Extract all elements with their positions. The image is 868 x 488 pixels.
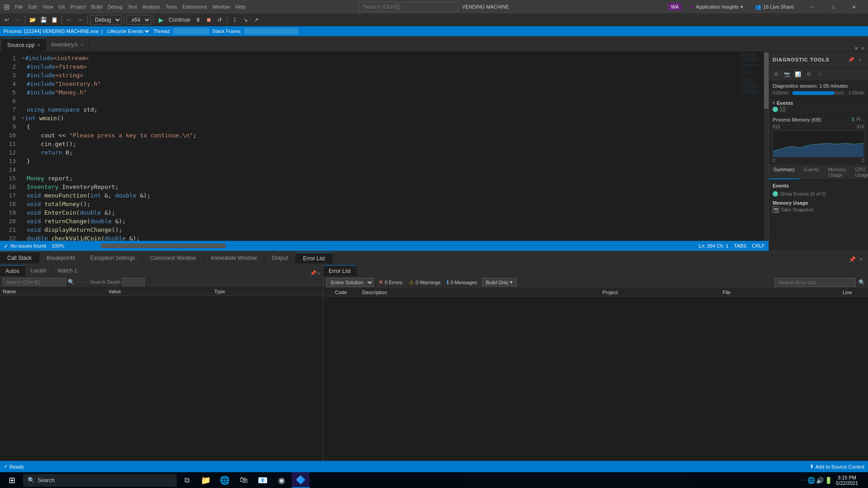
errors-badge[interactable]: ✕ 0 Errors — [377, 278, 404, 286]
exception-settings-tab[interactable]: Exception Settings — [83, 253, 142, 263]
diag-camera-btn[interactable]: 📷 — [783, 70, 792, 79]
taskbar-chrome-icon[interactable]: ◉ — [273, 472, 291, 488]
live-share-btn[interactable]: 👥 16 Live Share — [751, 4, 797, 10]
taskbar-edge-icon[interactable]: 🌐 — [216, 472, 234, 488]
immediate-window-tab[interactable]: Immediate Window — [203, 253, 264, 263]
taskbar-vs-icon[interactable]: 🔷 — [292, 472, 310, 488]
tray-volume-icon[interactable]: 🔊 — [816, 477, 824, 484]
desc-col-header[interactable]: Description — [362, 290, 603, 295]
stack-frame-input[interactable] — [244, 28, 298, 34]
tray-arrow-icon[interactable]: ⋯ — [798, 478, 807, 483]
s-filter-btn[interactable]: S — [852, 117, 855, 122]
menu-edit[interactable]: Edit — [28, 4, 37, 9]
menu-file[interactable]: File — [15, 4, 23, 9]
title-search-input[interactable] — [359, 2, 458, 12]
take-snapshot-btn[interactable]: 📷 Take Snapshot — [773, 206, 864, 213]
menu-test[interactable]: Test — [128, 4, 137, 9]
lifecycle-select[interactable]: Lifecycle Events — [105, 28, 151, 34]
back-btn[interactable]: ← — [64, 15, 74, 25]
debug-mode-select[interactable]: Debug — [90, 15, 122, 25]
prev-result-btn[interactable]: ← — [76, 279, 82, 285]
menu-analyze[interactable]: Analyze — [142, 4, 160, 9]
menu-debug[interactable]: Debug — [108, 4, 122, 9]
source-control-btn[interactable]: ⬆ Add to Source Control — [810, 464, 864, 469]
menu-extensions[interactable]: Extensions — [183, 4, 207, 9]
events-arrow-icon[interactable]: ▾ — [773, 101, 775, 105]
menu-git[interactable]: Git — [58, 4, 65, 9]
error-list-tab-active[interactable]: Error List — [323, 265, 357, 276]
h-scrollbar-thumb[interactable] — [101, 244, 226, 248]
task-view-btn[interactable]: ⧉ — [178, 472, 196, 488]
tab-source-cpp-close[interactable]: × — [38, 42, 40, 47]
breakpoints-tab[interactable]: Breakpoints — [39, 253, 83, 263]
diag-tab-cpu[interactable]: CPU Usage — [850, 165, 868, 179]
locals-tab[interactable]: Locals — [25, 265, 52, 276]
taskbar-store-icon[interactable]: 🛍 — [235, 472, 253, 488]
output-tab[interactable]: Output — [264, 253, 296, 263]
thread-input[interactable] — [173, 28, 209, 34]
tray-network-icon[interactable]: 🌐 — [807, 477, 815, 484]
tab-inventory-h-close[interactable]: × — [80, 42, 83, 47]
autos-close-btn[interactable]: × — [317, 271, 320, 276]
diag-pin-btn[interactable]: 📌 — [847, 56, 855, 64]
continue-btn[interactable]: ▶ — [156, 15, 166, 25]
diag-tab-summary[interactable]: Summary — [769, 165, 799, 179]
call-stack-tab[interactable]: Call Stack — [0, 253, 39, 263]
maximize-btn[interactable]: □ — [823, 0, 844, 14]
step-into-btn[interactable]: ↘ — [241, 15, 250, 25]
vertical-scrollbar[interactable] — [764, 52, 769, 241]
search-icon[interactable]: 🔍 — [68, 279, 75, 285]
bottom-pin-btn[interactable]: 📌 — [848, 255, 856, 263]
menu-window[interactable]: Window — [212, 4, 230, 9]
taskbar-mail-icon[interactable]: 📧 — [254, 472, 272, 488]
tray-battery-icon[interactable]: 🔋 — [825, 477, 832, 484]
diag-settings-btn[interactable]: ⚙ — [772, 70, 781, 79]
search-depth-input[interactable] — [122, 278, 145, 286]
tab-close-all-btn[interactable]: × — [859, 45, 866, 52]
diag-chart-btn[interactable]: 📊 — [793, 70, 802, 79]
show-desktop-btn[interactable] — [862, 472, 864, 488]
autos-tab[interactable]: Autos — [0, 265, 25, 276]
redo-btn[interactable]: ↪ — [13, 15, 23, 25]
filter-select[interactable]: Entire Solution — [326, 278, 374, 287]
fold-icon-8[interactable]: ▽ — [22, 114, 24, 122]
code-area[interactable]: ▽#include<iostream> #include<fstream> #i… — [18, 52, 741, 241]
platform-select[interactable]: x64 — [127, 15, 151, 25]
project-col-header[interactable]: Project — [603, 290, 723, 295]
messages-badge[interactable]: ℹ 0 Messages — [445, 278, 479, 286]
tab-inventory-h[interactable]: Inventory.h × — [46, 38, 89, 52]
start-button[interactable]: ⊞ — [2, 472, 22, 488]
code-col-header[interactable]: Code — [335, 290, 362, 295]
next-result-btn[interactable]: → — [83, 279, 88, 285]
menu-tools[interactable]: Tools — [165, 4, 177, 9]
taskbar-search-bar[interactable]: 🔍 Search — [23, 474, 177, 487]
warnings-badge[interactable]: ⚠ 0 Warnings — [407, 278, 442, 286]
open-btn[interactable]: 📂 — [28, 15, 38, 25]
diag-filter-btn[interactable]: ⚙ — [804, 70, 813, 79]
app-insights-btn[interactable]: ◉ Application Insights ▾ — [686, 4, 747, 10]
minimize-btn[interactable]: ─ — [802, 0, 823, 14]
fold-icon-1[interactable]: ▽ — [22, 54, 24, 62]
error-search-icon[interactable]: 🔍 — [859, 279, 865, 286]
step-out-btn[interactable]: ↗ — [251, 15, 261, 25]
error-list-tab[interactable]: Error List — [296, 253, 333, 263]
menu-view[interactable]: View — [42, 4, 53, 9]
taskbar-explorer-icon[interactable]: 📁 — [197, 472, 215, 488]
pause-btn[interactable]: ⏸ — [193, 15, 203, 25]
pr-filter-btn[interactable]: Pr... — [856, 117, 864, 122]
command-window-tab[interactable]: Command Window — [143, 253, 203, 263]
tab-source-cpp[interactable]: Source.cpp × — [2, 38, 46, 52]
diag-close-btn[interactable]: × — [856, 56, 864, 64]
tab-list-btn[interactable]: ▾ — [853, 45, 859, 52]
restart-btn[interactable]: ↺ — [215, 15, 225, 25]
diag-star-btn[interactable]: ☆ — [815, 70, 824, 79]
step-over-btn[interactable]: ⤵ — [230, 15, 240, 25]
stop-btn[interactable]: ⏹ — [204, 15, 214, 25]
close-btn[interactable]: ✕ — [844, 0, 864, 14]
autos-search-input[interactable] — [3, 278, 66, 286]
fwd-btn[interactable]: → — [75, 15, 85, 25]
horizontal-scrollbar-area[interactable] — [70, 244, 693, 248]
watch1-tab[interactable]: Watch 1 — [52, 265, 83, 276]
menu-build[interactable]: Build — [91, 4, 102, 9]
autos-pin-btn[interactable]: 📌 — [310, 270, 316, 276]
